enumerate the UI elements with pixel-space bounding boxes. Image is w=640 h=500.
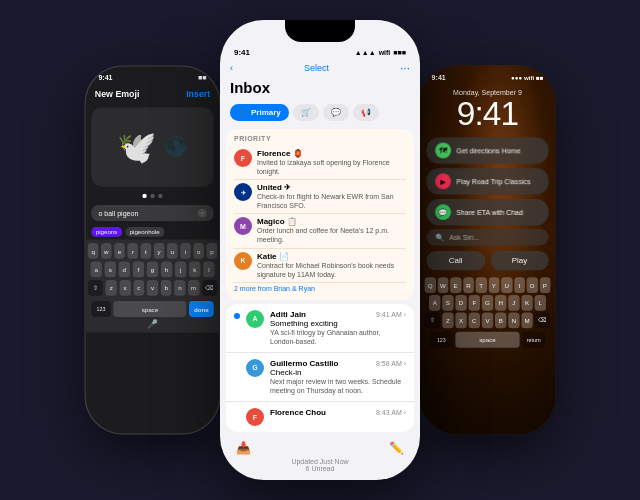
rkey-s[interactable]: S (442, 295, 453, 311)
tab-primary[interactable]: 👤 Primary (230, 104, 289, 121)
key-f[interactable]: f (133, 261, 144, 277)
key-k[interactable]: k (189, 261, 200, 277)
rkey-u[interactable]: U (501, 277, 512, 293)
key-v[interactable]: v (147, 280, 158, 296)
bottom-icons: 📥 ✏️ (220, 441, 420, 455)
call-button[interactable]: Call (426, 251, 485, 270)
key-w[interactable]: w (101, 243, 112, 259)
tab-shopping[interactable]: 🛒 (293, 104, 319, 121)
rkey-shift[interactable]: ⇧ (425, 312, 441, 328)
key-q[interactable]: q (88, 243, 99, 259)
rkey-q[interactable]: Q (425, 277, 436, 293)
play-button[interactable]: Play (490, 251, 549, 270)
rkey-w[interactable]: W (437, 277, 448, 293)
call-play-buttons: Call Play (419, 246, 555, 274)
rkey-r[interactable]: R (463, 277, 474, 293)
key-r[interactable]: r (127, 243, 138, 259)
mail-item-aditi[interactable]: A Aditi Jain 9:41 AM › Something excitin… (226, 304, 414, 353)
key-x[interactable]: x (120, 280, 131, 296)
rkey-a[interactable]: A (429, 295, 440, 311)
rkey-p[interactable]: P (539, 277, 550, 293)
key-i[interactable]: i (180, 243, 191, 259)
rkey-space[interactable]: space (455, 332, 519, 348)
search-clear-icon[interactable]: × (198, 209, 207, 218)
key-t[interactable]: t (141, 243, 152, 259)
rkey-h[interactable]: H (495, 295, 506, 311)
rkey-d[interactable]: D (455, 295, 466, 311)
avatar-florence-chou: F (246, 408, 264, 426)
mic-icon[interactable]: 🎤 (88, 320, 217, 333)
guillermo-preview: Next major review in two weeks. Schedule… (270, 377, 406, 395)
rkey-y[interactable]: Y (488, 277, 499, 293)
mail-item-guillermo[interactable]: G Guillermo Castillo 8:58 AM › Check-in … (226, 353, 414, 402)
rkey-x[interactable]: X (455, 312, 466, 328)
suggestion-music[interactable]: ▶ Play Road Trip Classics (426, 168, 548, 194)
key-s[interactable]: s (105, 261, 116, 277)
key-y[interactable]: y (154, 243, 165, 259)
suggestion-2[interactable]: pigeonhole (125, 227, 164, 237)
left-time: 9:41 (98, 74, 112, 82)
rkey-o[interactable]: O (527, 277, 538, 293)
tab-bar: 👤 Primary 🛒 💬 📢 (220, 100, 420, 125)
key-delete[interactable]: ⌫ (202, 280, 217, 296)
united-content: United ✈ Check-in for flight to Newark E… (257, 183, 406, 210)
tab-promo[interactable]: 📢 (353, 104, 379, 121)
rkey-j[interactable]: J (508, 295, 519, 311)
rkey-delete[interactable]: ⌫ (535, 312, 551, 328)
music-icon: ▶ (435, 173, 451, 189)
rkey-i[interactable]: I (514, 277, 525, 293)
key-space[interactable]: space (113, 301, 186, 317)
rkey-z[interactable]: Z (442, 312, 453, 328)
emoji-search-bar[interactable]: o ball pigeon × (91, 205, 213, 221)
suggestion-directions[interactable]: 🗺 Get directions Home (426, 137, 548, 163)
key-z[interactable]: z (106, 280, 117, 296)
key-l[interactable]: l (203, 261, 214, 277)
key-p[interactable]: p (207, 243, 218, 259)
key-u[interactable]: u (167, 243, 178, 259)
tab-chat[interactable]: 💬 (323, 104, 349, 121)
select-button[interactable]: Select (304, 63, 329, 73)
priority-item-magico[interactable]: M Magico 📋 Order lunch and coffee for Ne… (234, 214, 406, 248)
suggestion-1[interactable]: pigeons (91, 227, 121, 237)
rkey-t[interactable]: T (476, 277, 487, 293)
more-link[interactable]: 2 more from Brian & Ryan (234, 283, 406, 294)
compose-icon[interactable]: 📥 (236, 441, 251, 455)
rkey-num[interactable]: 123 (430, 332, 453, 348)
rkey-c[interactable]: C (469, 312, 480, 328)
priority-item-katie[interactable]: K Katie 📄 Contract for Michael Robinson'… (234, 249, 406, 283)
more-button[interactable]: ··· (400, 61, 410, 75)
key-h[interactable]: h (161, 261, 172, 277)
rkey-return[interactable]: return (522, 332, 545, 348)
priority-item-florence[interactable]: F Florence 🏮 Invited to izakaya soft ope… (234, 146, 406, 180)
edit-icon[interactable]: ✏️ (389, 441, 404, 455)
key-c[interactable]: c (133, 280, 144, 296)
rkey-e[interactable]: E (450, 277, 461, 293)
insert-button[interactable]: Insert (186, 89, 210, 99)
siri-ask-bar[interactable]: 🔍 Ask Siri... (426, 229, 548, 246)
rkey-k[interactable]: K (521, 295, 532, 311)
key-n[interactable]: n (174, 280, 185, 296)
rkey-v[interactable]: V (482, 312, 493, 328)
key-e[interactable]: e (114, 243, 125, 259)
key-b[interactable]: b (161, 280, 172, 296)
rkey-m[interactable]: M (521, 312, 532, 328)
dot-1 (142, 194, 146, 198)
key-done[interactable]: done (189, 301, 214, 317)
rkey-n[interactable]: N (508, 312, 519, 328)
key-shift[interactable]: ⇧ (88, 280, 103, 296)
suggestion-share-eta[interactable]: 💬 Share ETA with Chad (426, 199, 548, 225)
back-button[interactable]: ‹ (230, 63, 233, 73)
key-m[interactable]: m (188, 280, 199, 296)
rkey-l[interactable]: L (535, 295, 546, 311)
key-o[interactable]: o (193, 243, 204, 259)
key-d[interactable]: d (119, 261, 130, 277)
rkey-f[interactable]: F (469, 295, 480, 311)
key-a[interactable]: a (90, 261, 101, 277)
mail-item-florence[interactable]: F Florence Chou 8:43 AM › (226, 402, 414, 432)
key-g[interactable]: g (147, 261, 158, 277)
rkey-b[interactable]: B (495, 312, 506, 328)
rkey-g[interactable]: G (482, 295, 493, 311)
key-num[interactable]: 123 (91, 301, 110, 317)
key-j[interactable]: j (175, 261, 186, 277)
priority-item-united[interactable]: ✈ United ✈ Check-in for flight to Newark… (234, 180, 406, 214)
